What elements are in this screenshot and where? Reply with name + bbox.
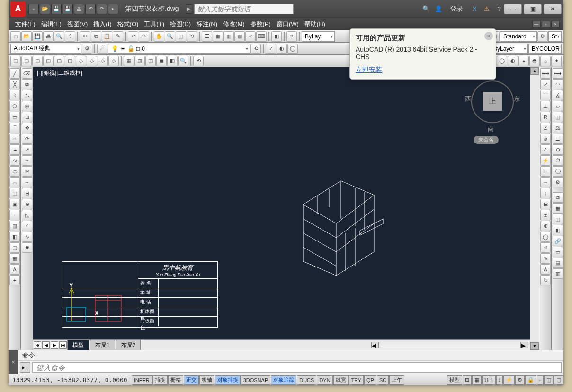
view-back-icon[interactable]: ▢ xyxy=(65,56,75,66)
render-5-icon[interactable]: ☼ xyxy=(540,56,551,66)
layer-iso-icon[interactable]: ◐ xyxy=(277,44,287,54)
view-left-icon[interactable]: ▢ xyxy=(32,56,43,66)
menu-format[interactable]: 格式(O) xyxy=(115,20,142,28)
status-model-button[interactable]: 模型 xyxy=(447,375,462,385)
new-icon[interactable]: ▫ xyxy=(28,4,39,14)
region-icon[interactable]: ▢ xyxy=(9,242,20,253)
new-file-icon[interactable]: □ xyxy=(10,31,21,42)
dim-aligned-icon[interactable]: ⤢ xyxy=(540,79,551,89)
tab-last-icon[interactable]: ⏭ xyxy=(59,341,67,349)
status-hw-icon[interactable]: ▫ xyxy=(537,375,544,385)
explode-icon[interactable]: ✸ xyxy=(22,242,32,253)
vscroll-down-icon[interactable]: ▼ xyxy=(530,342,539,350)
doc-restore-button[interactable]: ▫ xyxy=(542,21,550,27)
joglinear-icon[interactable]: ↯ xyxy=(540,242,551,253)
pline-icon[interactable]: ⌇ xyxy=(9,90,20,100)
close-button[interactable]: ✕ xyxy=(544,4,562,14)
block-editor-icon[interactable]: ◧ xyxy=(271,31,282,42)
maximize-button[interactable]: ▣ xyxy=(524,4,542,14)
saveas-icon[interactable]: 💾 xyxy=(63,4,73,14)
status-toggle-tpy[interactable]: TPY xyxy=(349,375,364,385)
shade-realistic-icon[interactable]: ◼ xyxy=(156,56,167,66)
point-icon[interactable]: · xyxy=(9,210,20,220)
st-dropdown[interactable]: St xyxy=(548,31,562,42)
menu-dimension[interactable]: 标注(N) xyxy=(194,20,220,28)
gradient-icon[interactable]: ◧ xyxy=(9,232,20,242)
ellipsearc-icon[interactable]: ⌓ xyxy=(9,177,20,187)
dim-break-icon[interactable]: ⊟ xyxy=(540,199,551,209)
tab-model[interactable]: 模型 xyxy=(67,340,89,350)
viewport-label[interactable]: [-][俯视][二维线框] xyxy=(37,69,82,77)
viewcube-face[interactable]: 上 xyxy=(483,92,502,111)
hyperlink-icon[interactable]: 🔗 xyxy=(553,236,563,246)
menu-parametric[interactable]: 参数(P) xyxy=(248,20,274,28)
menu-draw[interactable]: 绘图(D) xyxy=(167,20,194,28)
shade-3dwire-icon[interactable]: ▨ xyxy=(134,56,145,66)
xline-icon[interactable]: ╳ xyxy=(9,79,20,89)
pdf-icon[interactable]: ▤ xyxy=(553,258,563,268)
print-icon[interactable]: 🖶 xyxy=(43,31,54,42)
dim-quick-icon[interactable]: ⚡ xyxy=(540,155,551,166)
layer-prev-icon[interactable]: ⟲ xyxy=(250,44,261,54)
dim-continue-icon[interactable]: → xyxy=(540,177,551,187)
insert-icon[interactable]: ◫ xyxy=(9,188,20,198)
viewcube[interactable]: 北 南 东 西 上 未命名 xyxy=(469,72,516,134)
login-button[interactable]: 登录 xyxy=(450,5,463,13)
save-icon[interactable]: 💾 xyxy=(51,4,62,14)
menu-insert[interactable]: 插入(I) xyxy=(90,20,114,28)
join-icon[interactable]: ⊕ xyxy=(22,199,32,209)
tab-prev-icon[interactable]: ◀ xyxy=(42,341,50,349)
status-annoscale-icon[interactable]: ⟟ 1:1 xyxy=(482,375,496,385)
rotate-icon[interactable]: ⟳ xyxy=(22,134,32,144)
menu-tools[interactable]: 工具(T) xyxy=(141,20,167,28)
help-icon[interactable]: ? xyxy=(494,4,504,14)
status-iso-icon[interactable]: ◫ xyxy=(544,375,554,385)
plot-icon[interactable]: 🖶 xyxy=(74,4,84,14)
search-arrow-icon[interactable]: ▶ xyxy=(186,4,192,14)
view-ne-iso-icon[interactable]: ◇ xyxy=(98,56,108,66)
zoom-prev-icon[interactable]: ⟲ xyxy=(187,31,197,42)
qat-more-icon[interactable]: ▸ xyxy=(108,4,118,14)
zoom-extents-icon[interactable]: 🔍 xyxy=(178,56,188,66)
status-toggle-ortho[interactable]: 正交 xyxy=(184,375,199,385)
arc-icon[interactable]: ⌒ xyxy=(9,123,20,133)
textstyle-dropdown[interactable]: Standard xyxy=(500,31,537,42)
render-3-icon[interactable]: ● xyxy=(518,56,529,66)
open-file-icon[interactable]: 📂 xyxy=(21,31,32,42)
status-annovis-icon[interactable]: ⟟ xyxy=(496,375,503,385)
area-icon[interactable]: ▱ xyxy=(553,101,563,111)
hscroll-right-icon[interactable]: ▶ xyxy=(521,342,528,348)
view-se-iso-icon[interactable]: ◇ xyxy=(87,56,97,66)
copy-obj-icon[interactable]: ⧉ xyxy=(22,79,32,89)
dgn-icon[interactable]: ▥ xyxy=(553,268,563,279)
status-toggle-lwt[interactable]: 线宽 xyxy=(333,375,349,385)
view-top-icon[interactable]: ▢ xyxy=(10,56,21,66)
viewcube-ucs-name[interactable]: 未命名 xyxy=(474,136,499,144)
block-icon[interactable]: ▣ xyxy=(9,199,20,209)
time-icon[interactable]: ⏱ xyxy=(553,155,563,166)
exchange-icon[interactable]: X xyxy=(470,4,479,14)
properties-icon[interactable]: ☰ xyxy=(202,31,212,42)
move-icon[interactable]: ✥ xyxy=(22,123,32,133)
viewcube-south[interactable]: 南 xyxy=(488,125,494,134)
menu-edit[interactable]: 编辑(E) xyxy=(38,20,64,28)
radius-inq-icon[interactable]: ◠ xyxy=(553,79,563,89)
status-lock-icon[interactable]: 🔒 xyxy=(525,375,536,385)
shade-hidden-icon[interactable]: ◫ xyxy=(145,56,156,66)
mtext-icon[interactable]: A xyxy=(9,264,20,275)
setvar-icon[interactable]: ⚙ xyxy=(553,177,563,187)
doc-close-button[interactable]: × xyxy=(551,21,560,27)
status-toggle-dyn[interactable]: DYN xyxy=(317,375,332,385)
distance-icon[interactable]: ⟷ xyxy=(553,68,563,79)
circle-icon[interactable]: ○ xyxy=(9,134,20,144)
render-6-icon[interactable]: ✦ xyxy=(551,56,562,66)
help-b-icon[interactable]: ? xyxy=(286,31,297,42)
table-icon[interactable]: ▦ xyxy=(9,253,20,264)
dwf-icon[interactable]: ▭ xyxy=(553,247,563,257)
addselected-icon[interactable]: + xyxy=(9,275,20,285)
menu-modify[interactable]: 修改(M) xyxy=(220,20,248,28)
massprop-icon[interactable]: ⚖ xyxy=(553,123,563,133)
menu-view[interactable]: 视图(V) xyxy=(64,20,90,28)
status-toggle-ducs[interactable]: DUCS xyxy=(297,375,316,385)
render-2-icon[interactable]: ◐ xyxy=(508,56,518,66)
